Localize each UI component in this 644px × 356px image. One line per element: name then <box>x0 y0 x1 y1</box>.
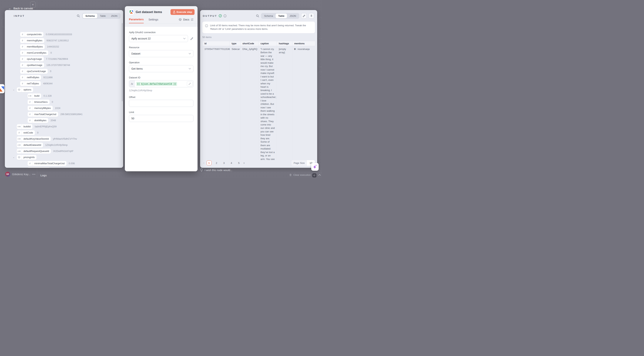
input-tab-json[interactable]: JSON <box>108 13 120 18</box>
prev-page-button[interactable]: ‹ <box>202 161 205 165</box>
input-tab-schema[interactable]: Schema <box>83 13 97 18</box>
schema-pill[interactable]: #netRxBytes <box>20 75 41 80</box>
page-2[interactable]: 2 <box>214 160 219 165</box>
schema-value: 0 <box>50 70 51 73</box>
cell-type: Sidecar <box>230 46 240 160</box>
schema-pill[interactable]: #cpuCurrentUsage <box>20 69 48 74</box>
open-logs-window-button[interactable] <box>312 173 316 177</box>
ai-assistant-button[interactable] <box>311 163 319 171</box>
schema-row-diskMbytes: #diskMbytes2048 <box>5 117 122 123</box>
schema-value: 135.37207355738744 <box>46 64 70 66</box>
docs-link[interactable]: Docs <box>179 18 194 23</box>
node-feedback-prompt[interactable]: I wish this node would... <box>200 168 232 172</box>
edit-connection-icon[interactable] <box>190 37 194 40</box>
edit-output-button[interactable] <box>301 13 307 19</box>
offset-input[interactable] <box>129 100 194 107</box>
page-5[interactable]: 5 <box>236 160 241 165</box>
schema-pill[interactable]: #cpuMaxUsage <box>20 63 44 68</box>
schema-pill[interactable]: A BbuildId <box>17 124 32 129</box>
schema-pill[interactable]: #computeUnits <box>20 32 44 37</box>
output-panel-title: OUTPUT <box>203 14 217 17</box>
resolved-expression-value: 1Z4q8Ic2zRAfpSbnp <box>129 89 194 92</box>
page-3[interactable]: 3 <box>222 160 226 165</box>
schema-pill[interactable]: #diskMbytes <box>28 118 48 123</box>
schema-pill[interactable]: #minimalMaxTotalChargeUsd <box>28 161 66 166</box>
user-options-icon[interactable]: ••• <box>32 173 36 176</box>
pin-data-button[interactable] <box>308 13 314 19</box>
schema-pill[interactable]: #maxTotalChargeUsd <box>28 112 58 117</box>
table-header-row: idtypeshortCodecaptionhashtagsmentions <box>202 41 315 46</box>
page-1[interactable]: 1 <box>207 160 212 165</box>
feedback-prompt-text[interactable]: I wish this node would... <box>204 169 232 172</box>
back-arrow-icon[interactable]: ← <box>8 7 12 10</box>
lightbulb-icon <box>200 168 203 172</box>
column-header-id: id <box>202 41 230 46</box>
schema-row-timeoutSecs: #timeoutSecs0 <box>5 99 122 105</box>
collapse-logs-button[interactable] <box>318 174 321 176</box>
schema-pill[interactable]: A BdefaultRequestQueueId <box>17 149 51 154</box>
schema-pill[interactable]: A Bbuild <box>28 93 41 98</box>
table-row[interactable]: 3700547793077011536 Sidecar DNa_JyItgRQ … <box>202 46 315 160</box>
sparkle-icon <box>313 164 317 169</box>
schema-pill[interactable]: #timeoutSecs <box>28 100 50 104</box>
limit-input[interactable] <box>129 115 194 122</box>
dataset-id-expression-input[interactable]: fx {{ $json.defaultDatasetId }} <box>129 80 194 87</box>
output-tab-table[interactable]: Table <box>276 13 287 18</box>
schema-pill[interactable]: A BpricingModel <box>28 167 50 168</box>
back-to-canvas[interactable]: ← Back to canvas <box>8 7 33 10</box>
back-label[interactable]: Back to canvas <box>14 7 33 10</box>
search-icon[interactable] <box>256 14 259 17</box>
execute-step-button[interactable]: Execute step <box>170 9 194 15</box>
resource-select[interactable]: Dataset <box>129 50 194 57</box>
output-tab-schema[interactable]: Schema <box>262 13 276 18</box>
schema-row-memAvgBytes: #memAvgBytes93823747.12633912 <box>5 37 122 43</box>
input-schema-tree: #computeUnits0.030818333333333333#memAvg… <box>5 21 122 168</box>
add-node-button[interactable]: + <box>30 1 36 8</box>
user-menu[interactable]: GK Gökdeniz Kay... ••• <box>5 172 36 177</box>
schema-value: IX2DetRN1kIt7qIIF <box>53 150 74 152</box>
schema-value: 0.1.328 <box>44 94 52 97</box>
schema-pill[interactable]: pricingInfo <box>17 155 36 160</box>
collapse-chevron-icon[interactable]: ⌄ <box>13 156 14 158</box>
number-type-icon: # <box>20 38 25 43</box>
string-type-icon: A B <box>17 143 22 147</box>
schema-pill[interactable]: #netTxBytes <box>20 81 41 86</box>
apify-node-tab[interactable] <box>0 84 4 93</box>
cell-id: 3700547793077011536 <box>202 46 230 160</box>
connection-select[interactable]: Apify account 22 <box>129 35 188 42</box>
schema-pill[interactable]: A BdefaultDatasetId <box>17 143 43 147</box>
cell-caption: “I cannot cry. Before the war — any litt… <box>259 46 277 160</box>
number-type-icon: # <box>20 32 25 37</box>
output-tab-json[interactable]: JSON <box>287 13 299 18</box>
search-icon[interactable] <box>77 14 80 17</box>
tab-parameters[interactable]: Parameters <box>129 18 144 23</box>
string-type-icon: A B <box>17 136 22 141</box>
schema-value: 144433152 <box>47 45 59 48</box>
expand-expression-icon[interactable] <box>187 81 192 86</box>
schema-pill[interactable]: A BdefaultKeyValueStoreId <box>17 136 51 141</box>
input-tab-table[interactable]: Table <box>97 13 108 18</box>
clear-execution-button[interactable]: Clear execution <box>289 174 311 176</box>
output-table-container: idtypeshortCodecaptionhashtagsmentions 3… <box>202 41 315 160</box>
schema-pill[interactable]: #exitCode <box>17 130 35 135</box>
canvas-node-ghost <box>318 43 322 67</box>
schema-pill[interactable]: #memCurrentBytes <box>20 50 48 55</box>
next-page-button[interactable]: › <box>242 161 246 165</box>
schema-row-defaultRequestQueueId: A BdefaultRequestQueueIdIX2DetRN1kIt7qII… <box>5 148 122 154</box>
page-4[interactable]: 4 <box>229 160 234 165</box>
info-icon[interactable] <box>224 14 226 17</box>
logs-toggle[interactable]: Logs <box>40 174 46 177</box>
pencil-icon <box>302 14 306 17</box>
schema-pill[interactable]: #memMaxBytes <box>20 44 45 49</box>
input-scrollbar[interactable] <box>122 23 122 101</box>
avatar[interactable]: GK <box>5 172 10 177</box>
number-type-icon: # <box>28 100 32 104</box>
tab-settings[interactable]: Settings <box>148 18 158 23</box>
schema-pill[interactable]: #cpuAvgUsage <box>20 57 44 61</box>
schema-pill[interactable]: options <box>17 87 33 92</box>
schema-pill[interactable]: #memoryMbytes <box>28 106 53 111</box>
operation-select[interactable]: Get Items <box>129 65 194 72</box>
schema-row-computeUnits: #computeUnits0.030818333333333333 <box>5 31 122 37</box>
collapse-chevron-icon[interactable]: ⌄ <box>13 88 14 91</box>
schema-pill[interactable]: #memAvgBytes <box>20 38 44 43</box>
